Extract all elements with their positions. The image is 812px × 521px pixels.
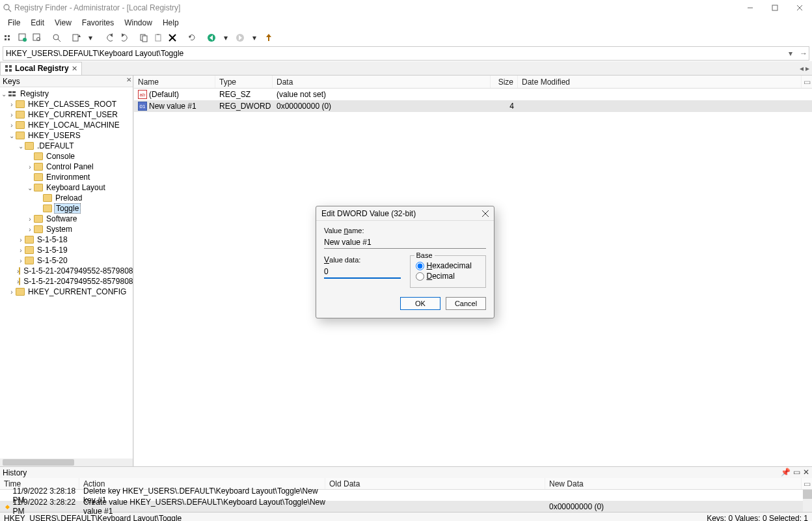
history-body[interactable]: 11/9/2022 3:28:18 PMDelete key HKEY_USER… xyxy=(0,490,803,512)
tree-node[interactable]: ›S-1-5-21-2047949552-857980807… xyxy=(0,266,133,276)
hist-col-old[interactable]: Old Data xyxy=(325,478,545,489)
address-dropdown-icon[interactable]: ▾ xyxy=(785,49,796,58)
redo-icon[interactable] xyxy=(118,32,130,44)
folder-icon xyxy=(19,267,20,275)
tree-hscrollbar[interactable] xyxy=(0,458,133,466)
tree-node[interactable]: ›Software xyxy=(0,214,133,224)
tree-root[interactable]: Registry xyxy=(19,89,50,98)
tree-node[interactable]: ›S-1-5-21-2047949552-857980807… xyxy=(0,276,133,287)
tree-node[interactable]: Console xyxy=(0,151,133,162)
list-row[interactable]: 01New value #1REG_DWORD0x00000000 (0)4 xyxy=(134,100,812,112)
tree-expander[interactable]: › xyxy=(17,247,25,254)
svg-marker-31 xyxy=(266,34,271,37)
new-window-icon[interactable] xyxy=(17,32,29,44)
tree-node[interactable]: ›System xyxy=(0,224,133,234)
radio-hex-input[interactable] xyxy=(416,262,424,270)
tree-node[interactable]: Environment xyxy=(0,172,133,182)
tree-node[interactable]: Preload xyxy=(0,193,133,203)
tree-expander[interactable]: ⌄ xyxy=(8,132,16,139)
tree-expander[interactable]: › xyxy=(26,163,34,171)
paste-icon[interactable] xyxy=(152,32,164,44)
tree-node[interactable]: Toggle xyxy=(0,203,133,214)
tab-close-icon[interactable]: ✕ xyxy=(72,64,77,73)
find-icon[interactable] xyxy=(51,32,62,44)
forward-dropdown-icon[interactable]: ▾ xyxy=(249,32,260,44)
tree-node[interactable]: ›HKEY_CURRENT_USER xyxy=(0,109,133,120)
hist-options-icon[interactable]: ▭ xyxy=(802,479,812,488)
radio-hex[interactable]: Hexadecimal xyxy=(416,261,481,270)
close-window-button[interactable] xyxy=(787,0,812,16)
dialog-close-icon[interactable] xyxy=(480,208,491,219)
tree-node[interactable]: ›Control Panel xyxy=(0,162,133,172)
tree-close-icon[interactable]: ✕ xyxy=(126,76,131,83)
up-icon[interactable] xyxy=(263,32,275,44)
tree-expander[interactable]: ⌄ xyxy=(26,184,34,191)
tree-node[interactable]: ›HKEY_LOCAL_MACHINE xyxy=(0,120,133,130)
tree-node[interactable]: ›HKEY_CLASSES_ROOT xyxy=(0,99,133,109)
menu-file[interactable]: File xyxy=(3,17,25,29)
maximize-button[interactable] xyxy=(763,0,787,16)
tabstrip-nav[interactable]: ◂ ▸ xyxy=(800,64,812,73)
forward-icon[interactable] xyxy=(234,32,246,44)
back-dropdown-icon[interactable]: ▾ xyxy=(220,32,232,44)
menu-help[interactable]: Help xyxy=(157,17,184,29)
menu-favorites[interactable]: Favorites xyxy=(77,17,119,29)
tree-node[interactable]: ›S-1-5-19 xyxy=(0,245,133,255)
history-close-icon[interactable]: ✕ xyxy=(803,468,809,477)
col-type[interactable]: Type xyxy=(215,76,273,88)
folder-icon xyxy=(43,204,52,212)
tree-expander[interactable]: › xyxy=(26,216,34,223)
menu-window[interactable]: Window xyxy=(119,17,157,29)
tree-expander[interactable]: › xyxy=(17,236,25,244)
tree-expander[interactable]: › xyxy=(8,101,16,108)
tree-expander[interactable]: › xyxy=(8,289,16,296)
tree-node[interactable]: ›S-1-5-18 xyxy=(0,234,133,245)
export-dropdown-icon[interactable]: ▾ xyxy=(85,32,96,44)
tree-header: Keys ✕ xyxy=(0,76,133,87)
copy-icon[interactable] xyxy=(138,32,150,44)
list-options-icon[interactable]: ▭ xyxy=(802,77,812,87)
tree-node[interactable]: ›S-1-5-20 xyxy=(0,255,133,266)
back-icon[interactable] xyxy=(206,32,217,44)
col-name[interactable]: Name xyxy=(134,76,215,88)
list-row[interactable]: ab(Default)REG_SZ(value not set) xyxy=(134,89,812,100)
history-scrollbar[interactable] xyxy=(803,490,812,512)
find-window-icon[interactable] xyxy=(31,32,43,44)
col-size[interactable]: Size xyxy=(491,76,518,88)
refresh-icon[interactable] xyxy=(186,32,198,44)
connect-icon[interactable] xyxy=(3,32,14,44)
cancel-button[interactable]: Cancel xyxy=(446,297,486,310)
tree-node[interactable]: ⌄Keyboard Layout xyxy=(0,182,133,193)
delete-icon[interactable] xyxy=(167,32,178,44)
export-icon[interactable] xyxy=(70,32,82,44)
minimize-button[interactable] xyxy=(738,0,763,16)
undo-icon[interactable] xyxy=(104,32,116,44)
value-data-input[interactable] xyxy=(324,266,401,279)
tree-expander[interactable]: ⌄ xyxy=(0,91,8,98)
tree-node[interactable]: ⌄.DEFAULT xyxy=(0,141,133,151)
col-data[interactable]: Data xyxy=(273,76,491,88)
history-row[interactable]: ◆11/9/2022 3:28:22 PMCreate value HKEY_U… xyxy=(0,501,803,512)
tree-expander[interactable]: › xyxy=(8,111,16,119)
hist-col-new[interactable]: New Data xyxy=(545,478,802,489)
ok-button[interactable]: OK xyxy=(400,297,440,310)
col-date[interactable]: Date Modified xyxy=(518,76,802,88)
menu-view[interactable]: View xyxy=(49,17,77,29)
address-go-icon[interactable]: → xyxy=(798,49,809,58)
svg-rect-32 xyxy=(5,65,8,68)
tree-body[interactable]: ⌄Registry›HKEY_CLASSES_ROOT›HKEY_CURRENT… xyxy=(0,87,133,458)
tree-node[interactable]: ⌄HKEY_USERS xyxy=(0,130,133,141)
address-input[interactable] xyxy=(3,49,785,58)
tree-node[interactable]: ›HKEY_CURRENT_CONFIG xyxy=(0,287,133,297)
history-options-icon[interactable]: ▭ xyxy=(793,468,800,477)
radio-dec-input[interactable] xyxy=(416,272,424,281)
menu-edit[interactable]: Edit xyxy=(25,17,49,29)
history-pin-icon[interactable]: 📌 xyxy=(781,468,791,477)
tree-expander[interactable]: › xyxy=(17,257,25,264)
tree-expander[interactable]: › xyxy=(8,122,16,129)
value-name-input[interactable] xyxy=(324,236,486,249)
tree-expander[interactable]: ⌄ xyxy=(17,143,25,150)
tree-expander[interactable]: › xyxy=(26,226,34,233)
tab-local-registry[interactable]: Local Registry ✕ xyxy=(0,62,82,75)
radio-dec[interactable]: Decimal xyxy=(416,272,481,281)
